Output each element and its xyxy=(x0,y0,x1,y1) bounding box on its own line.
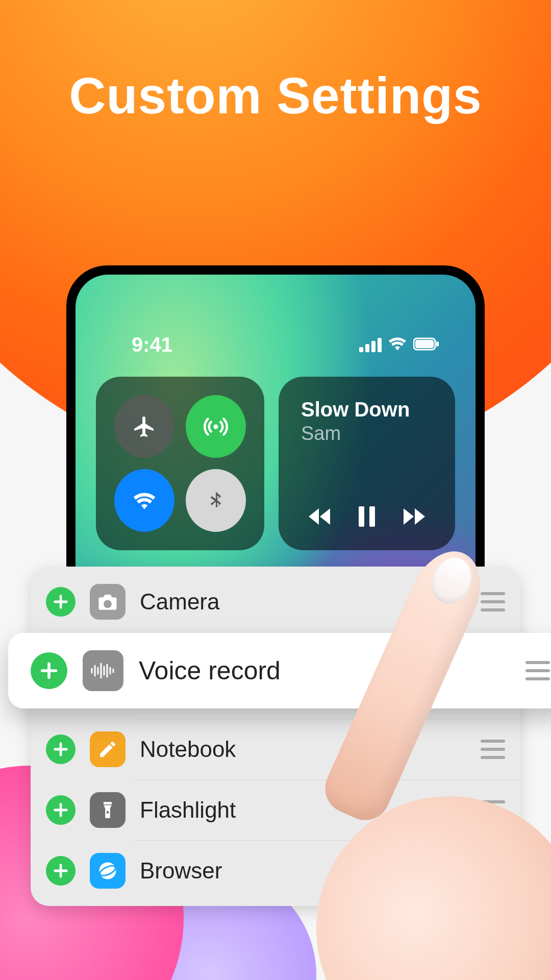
list-item-label: Voice record xyxy=(139,656,510,685)
add-button[interactable] xyxy=(46,856,76,886)
add-button[interactable] xyxy=(46,734,76,764)
svg-point-3 xyxy=(213,424,218,429)
camera-icon xyxy=(90,584,126,620)
list-item-voice-record-dragging[interactable]: Voice record xyxy=(8,633,551,708)
media-pause-button[interactable] xyxy=(349,501,385,532)
bluetooth-toggle[interactable] xyxy=(186,469,246,532)
svg-rect-2 xyxy=(436,341,439,347)
track-artist: Sam xyxy=(301,423,433,445)
media-tile: Slow Down Sam xyxy=(279,377,455,550)
svg-rect-4 xyxy=(359,506,364,527)
cellular-data-toggle[interactable] xyxy=(186,395,246,458)
drag-handle-icon[interactable] xyxy=(481,861,505,880)
connectivity-tile xyxy=(96,377,264,550)
voice-record-icon xyxy=(83,650,123,691)
list-item-label: Flashlight xyxy=(140,797,466,823)
list-item-browser[interactable]: Browser xyxy=(31,841,520,901)
list-item-label: Browser xyxy=(140,858,466,884)
svg-rect-5 xyxy=(369,506,375,527)
page-title: Custom Settings xyxy=(0,66,551,125)
list-item-camera[interactable]: Camera xyxy=(31,572,520,632)
clock-text: 9:41 xyxy=(132,333,172,356)
media-next-button[interactable] xyxy=(395,501,431,532)
svg-rect-1 xyxy=(415,340,434,348)
drag-handle-icon[interactable] xyxy=(481,740,505,759)
list-item-notebook[interactable]: Notebook xyxy=(31,719,520,779)
svg-rect-6 xyxy=(107,811,108,814)
battery-icon xyxy=(413,337,440,353)
flashlight-icon xyxy=(90,792,126,828)
wifi-toggle[interactable] xyxy=(114,469,174,532)
shortcut-list-panel: Camera Notebook Flashlight Browser xyxy=(31,567,520,906)
browser-icon xyxy=(90,853,126,889)
media-prev-button[interactable] xyxy=(303,501,339,532)
notebook-icon xyxy=(90,731,126,767)
wifi-icon xyxy=(389,337,406,353)
track-title: Slow Down xyxy=(301,397,433,422)
add-button[interactable] xyxy=(46,795,76,825)
list-item-label: Notebook xyxy=(140,737,466,762)
list-item-flashlight[interactable]: Flashlight xyxy=(31,780,520,840)
drag-handle-icon[interactable] xyxy=(481,800,505,820)
list-item-label: Camera xyxy=(140,589,466,615)
add-button[interactable] xyxy=(31,652,67,689)
add-button[interactable] xyxy=(46,587,76,617)
drag-handle-icon[interactable] xyxy=(525,661,550,680)
airplane-mode-toggle[interactable] xyxy=(114,395,174,458)
status-bar: 9:41 xyxy=(76,333,475,356)
drag-handle-icon[interactable] xyxy=(481,592,505,611)
signal-icon xyxy=(359,338,382,352)
